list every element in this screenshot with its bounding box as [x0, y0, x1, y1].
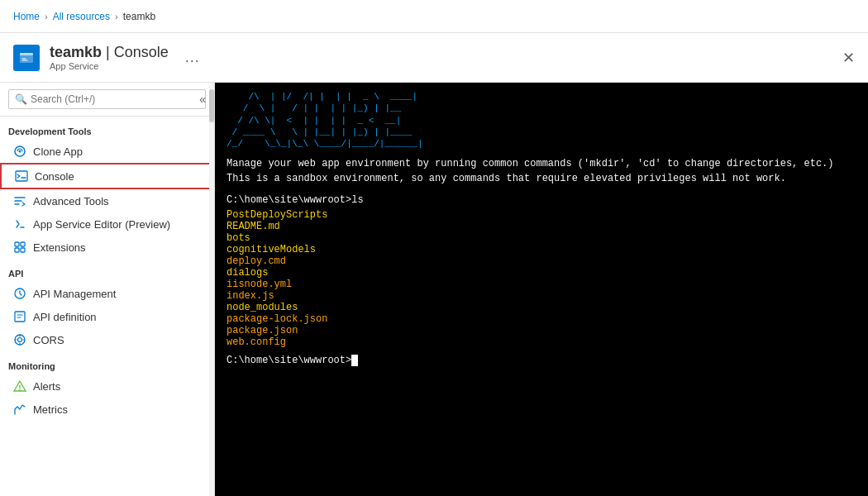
svg-rect-4: [16, 171, 27, 181]
extensions-icon: [13, 241, 26, 254]
terminal-file-cognitiveModels: cognitiveModels: [227, 244, 856, 255]
svg-rect-6: [21, 242, 25, 246]
sidebar-item-api-definition[interactable]: API definition: [0, 305, 214, 328]
terminal-file-dialogs: dialogs: [227, 267, 856, 279]
sidebar: 🔍 « Development Tools Clone App: [0, 83, 215, 496]
section-api: API: [0, 259, 214, 282]
sidebar-item-app-service-editor[interactable]: App Service Editor (Preview): [0, 212, 214, 236]
svg-rect-8: [21, 248, 25, 252]
sidebar-item-clone-app[interactable]: Clone App: [0, 140, 214, 163]
search-icon: 🔍: [15, 93, 27, 105]
app-icon: [13, 45, 40, 71]
alerts-label: Alerts: [33, 380, 60, 393]
sidebar-item-alerts[interactable]: Alerts: [0, 374, 214, 398]
terminal-file-README: README.md: [227, 221, 856, 232]
breadcrumb-sep-2: ›: [115, 12, 118, 21]
terminal-file-node-modules: node_modules: [227, 302, 856, 313]
terminal-prompt-final: C:\home\site\wwwroot>: [227, 355, 856, 366]
clone-app-icon: [13, 145, 26, 158]
terminal-file-web-config: web.config: [227, 336, 856, 348]
metrics-label: Metrics: [33, 403, 68, 416]
sidebar-item-extensions[interactable]: Extensions: [0, 236, 214, 259]
metrics-icon: [13, 403, 26, 416]
breadcrumb-all-resources[interactable]: All resources: [53, 11, 110, 22]
sidebar-item-cors[interactable]: CORS: [0, 328, 214, 351]
sidebar-scrollbar[interactable]: [209, 83, 214, 496]
sidebar-scrollbar-thumb[interactable]: [209, 89, 214, 122]
close-button[interactable]: ✕: [842, 49, 855, 67]
search-input[interactable]: [8, 89, 206, 109]
svg-rect-5: [15, 242, 19, 246]
app-service-editor-label: App Service Editor (Preview): [33, 218, 170, 231]
breadcrumb-sep-1: ›: [45, 12, 48, 21]
alerts-icon: [13, 379, 26, 393]
sidebar-item-console[interactable]: Console: [0, 163, 214, 189]
terminal-file-PostDeployScripts: PostDeployScripts: [227, 209, 856, 221]
section-development-tools: Development Tools: [0, 117, 214, 140]
api-management-icon: [13, 287, 26, 300]
breadcrumb-home[interactable]: Home: [13, 11, 40, 22]
breadcrumb: Home › All resources › teamkb: [13, 11, 155, 22]
api-management-label: API Management: [33, 288, 116, 300]
header-title: teamkb | Console: [50, 44, 169, 61]
sidebar-collapse-button[interactable]: «: [199, 93, 206, 106]
terminal-file-package-json: package.json: [227, 325, 856, 336]
main-layout: 🔍 « Development Tools Clone App: [0, 83, 868, 496]
header-subtitle: App Service: [50, 61, 169, 71]
console-label: Console: [35, 170, 74, 183]
cors-icon: [13, 333, 26, 346]
api-definition-label: API definition: [33, 311, 97, 323]
sidebar-item-metrics[interactable]: Metrics: [0, 398, 214, 421]
advanced-tools-icon: [13, 194, 26, 207]
terminal-prompt-ls: C:\home\site\wwwroot>ls: [227, 194, 856, 206]
terminal-file-bots: bots: [227, 232, 856, 244]
cors-label: CORS: [33, 334, 64, 346]
svg-rect-10: [15, 312, 25, 322]
svg-rect-1: [20, 53, 33, 55]
terminal-file-deploy-cmd: deploy.cmd: [227, 255, 856, 267]
svg-rect-7: [15, 248, 19, 252]
terminal-description: Manage your web app environment by runni…: [227, 156, 856, 186]
header: teamkb | Console App Service ... ✕: [0, 33, 868, 83]
header-ellipsis-button[interactable]: ...: [185, 49, 200, 66]
api-definition-icon: [13, 310, 26, 323]
advanced-tools-label: Advanced Tools: [33, 195, 109, 207]
svg-point-3: [19, 150, 21, 153]
terminal-file-iisnode: iisnode.yml: [227, 279, 856, 290]
header-title-group: teamkb | Console App Service: [50, 44, 169, 71]
terminal-file-list: PostDeployScripts README.md bots cogniti…: [227, 209, 856, 348]
terminal-cursor: [351, 355, 358, 366]
clone-app-label: Clone App: [33, 145, 83, 158]
section-monitoring: Monitoring: [0, 351, 214, 374]
terminal-file-package-lock: package-lock.json: [227, 313, 856, 325]
app-service-editor-icon: [13, 217, 26, 231]
breadcrumb-current: teamkb: [123, 11, 155, 22]
terminal-file-index-js: index.js: [227, 290, 856, 302]
extensions-label: Extensions: [33, 241, 86, 254]
top-bar: Home › All resources › teamkb: [0, 0, 868, 33]
sidebar-item-api-management[interactable]: API Management: [0, 282, 214, 305]
svg-point-12: [18, 338, 22, 342]
console-icon: [15, 169, 28, 183]
sidebar-item-advanced-tools[interactable]: Advanced Tools: [0, 189, 214, 212]
terminal[interactable]: /\ | |/ /| | | | _ \ ____| / \ | / | | |…: [215, 83, 868, 496]
terminal-art: /\ | |/ /| | | | _ \ ____| / \ | / | | |…: [227, 91, 856, 150]
sidebar-search-container: 🔍 «: [0, 83, 214, 117]
terminal-content[interactable]: /\ | |/ /| | | | _ \ ____| / \ | / | | |…: [215, 83, 868, 496]
